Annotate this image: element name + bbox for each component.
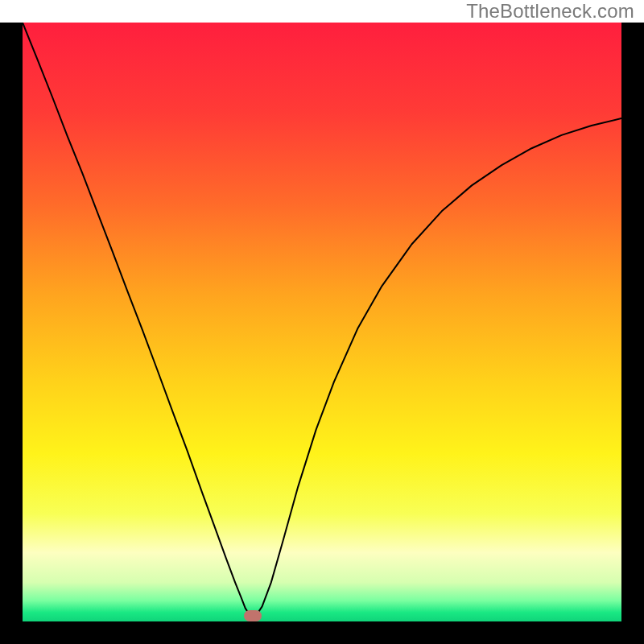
chart-frame — [0, 23, 644, 644]
plot-area — [23, 23, 621, 621]
optimal-point-marker — [244, 610, 262, 621]
chart-svg — [23, 23, 621, 621]
chart-root: TheBottleneck.com — [0, 0, 644, 644]
gradient-background — [23, 23, 621, 621]
watermark-text: TheBottleneck.com — [466, 0, 634, 23]
